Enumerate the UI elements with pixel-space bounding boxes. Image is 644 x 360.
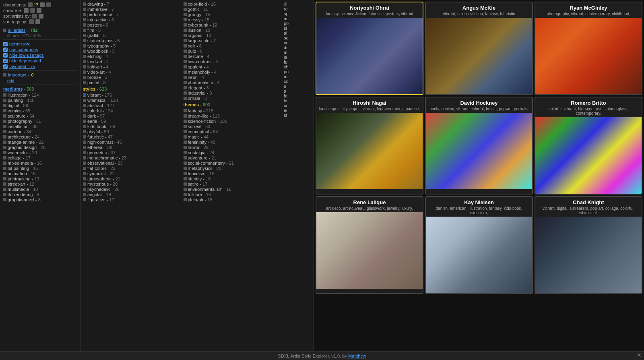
style-item[interactable]: playful - 50 [83,129,178,134]
styles-title[interactable]: styles [83,87,95,91]
theme-item[interactable]: social-commentary - 21 [184,161,279,166]
hide-low-cb[interactable]: hide low-use tags [3,53,77,58]
hide-low-label[interactable]: hide low-use tags [9,53,44,58]
medium-item[interactable]: architecture - 24 [3,134,77,139]
style-checkbox[interactable] [83,93,86,97]
style-item[interactable]: symbolist - 22 [83,171,178,176]
theme-item[interactable]: adventure - 21 [184,155,279,160]
edit-label[interactable]: edit [7,78,14,83]
style-item[interactable]: eerie - 59 [83,119,178,124]
artist-card[interactable]: Hiroshi Nagai landscapes, cityscapes, vi… [316,97,423,194]
style-item[interactable]: colorful - 124 [83,108,178,113]
medium-item[interactable]: oil-painting - 16 [3,166,77,171]
theme-item[interactable]: environmentalism - 16 [184,187,279,192]
medium-item[interactable]: animation - 15 [3,171,77,176]
permissive-label[interactable]: permissive [9,41,31,46]
theme-item[interactable]: dream-like - 113 [184,114,279,118]
themes-title[interactable]: themes [184,102,199,107]
medium-item[interactable]: comics - 65 [3,108,77,113]
col2-item[interactable]: ornate - 3 [184,96,279,101]
medium-item[interactable]: manga-anime - 22 [3,140,77,145]
medium-item[interactable]: installation - 35 [3,124,77,129]
col2-item[interactable]: pulp - 6 [184,49,279,54]
col2-item[interactable]: cyberpunk - 12 [184,23,279,27]
artist-card[interactable]: Ryan McGinley photography, vibrant, cont… [535,2,642,95]
use-categories-label[interactable]: use categories [9,47,38,52]
drawing-item[interactable]: land-art - 4 [83,59,178,64]
show-icon2[interactable] [30,8,35,13]
medium-item[interactable]: sculpture - 64 [3,114,77,118]
style-item[interactable]: kids-book - 58 [83,124,178,129]
artist-card[interactable]: Romero Britto colorful, vibrant, high-co… [535,97,642,194]
style-item[interactable]: mysterious - 20 [83,182,178,186]
style-item[interactable]: abstract - 127 [83,103,178,108]
medium-item[interactable]: watercolor - 20 [3,150,77,155]
theme-item[interactable]: horror - 29 [184,145,279,150]
col2-item[interactable]: color-field - 16 [184,2,279,6]
theme-item[interactable]: nostalgia - 24 [184,150,279,155]
drawing-item[interactable]: drawing - 7 [83,2,178,6]
theme-item[interactable]: femininity - 40 [184,140,279,145]
hide-deprecated-cb[interactable]: hide deprecated [3,58,77,63]
sort-artists-icon2[interactable] [39,14,43,19]
drawing-item[interactable]: pastel - 3 [83,80,178,85]
all-artists-label[interactable]: all artists [8,28,25,33]
medium-item[interactable]: illustration - 124 [3,93,77,97]
col2-item[interactable]: illusion - 10 [184,28,279,33]
style-item[interactable]: angular - 19 [83,192,178,197]
style-item[interactable]: futuristic - 47 [83,134,178,139]
artist-card[interactable]: David Hockney pools, cubism, vibrant, co… [425,97,533,194]
drawing-item[interactable]: interactive - 6 [83,17,178,22]
permissive-checkbox[interactable] [3,42,8,46]
col2-item[interactable]: elegant - 3 [184,85,279,90]
sort-artists-icon1[interactable] [32,14,37,19]
drawing-item[interactable]: video-art - 4 [83,70,178,74]
use-categories-cb[interactable]: use categories [3,47,77,52]
sort-tags-icon2[interactable] [35,19,40,24]
close-button[interactable]: ✕ [637,352,642,358]
show-icon3[interactable] [37,8,41,13]
medium-item[interactable]: cartoon - 34 [3,129,77,134]
style-item[interactable]: high-contrast - 45 [83,140,178,145]
theme-item[interactable]: magic - 44 [184,134,279,139]
col2-item[interactable]: opulent - 4 [184,64,279,69]
hide-deprecated-label[interactable]: hide deprecated [9,58,41,63]
theme-item[interactable]: fantasy - 219 [184,108,279,113]
col2-item[interactable]: messy - 15 [184,17,279,22]
hide-deprecated-checkbox[interactable] [3,59,8,63]
drawing-item[interactable]: etching - 4 [83,54,178,59]
style-item[interactable]: figurative - 17 [83,197,178,202]
style-item[interactable]: monochromatic - 23 [83,155,178,160]
style-item[interactable]: psychedelic - 20 [83,187,178,192]
col2-item[interactable]: low-contrast - 4 [184,59,279,64]
col2-item[interactable]: industrial - 3 [184,91,279,95]
theme-item[interactable]: science-fiction - 100 [184,119,279,124]
drawing-item[interactable]: film - 5 [83,28,178,33]
medium-item[interactable]: multimedia - 10 [3,187,77,192]
artist-card[interactable]: René Lalique art-deco, art-nouveau, glas… [316,196,423,294]
theme-item[interactable]: feminism - 18 [184,171,279,176]
medium-item[interactable]: digital - 86 [3,103,77,108]
important-row[interactable]: important - 0 [3,72,77,77]
footer-author[interactable]: Mattthew [348,354,366,358]
medium-item[interactable]: mixed-media - 16 [3,161,77,166]
theme-item[interactable]: folklore - 16 [184,192,279,197]
medium-item[interactable]: painting - 110 [3,98,77,103]
style-item[interactable]: dark - 97 [83,114,178,118]
col2-item[interactable]: neon - 4 [184,75,279,80]
show-icon1[interactable] [24,8,29,13]
doc-icon3[interactable] [46,2,51,7]
col2-item[interactable]: gothic - 15 [184,7,279,12]
favorited-label[interactable]: favorited - 75 [9,64,35,69]
medium-item[interactable]: 3d-rendering - 8 [3,192,77,197]
permissive-cb[interactable]: permissive [3,41,77,46]
style-item[interactable]: flat-colors - 22 [83,166,178,171]
col2-item[interactable]: organic - 10 [184,33,279,38]
drawing-item[interactable]: light-art - 4 [83,64,178,69]
style-item[interactable]: ethereal - 38 [83,145,178,150]
drawing-item[interactable]: performance - 7 [83,12,178,17]
all-artists-row[interactable]: all artists - 702 [3,28,77,33]
style-item[interactable]: whimsical - 128 [83,98,178,103]
artist-card[interactable]: Angus McKie vibrant, science-fiction, fa… [425,2,533,95]
artist-card[interactable]: Kay Nielsen danish, american, illustrati… [425,196,533,294]
